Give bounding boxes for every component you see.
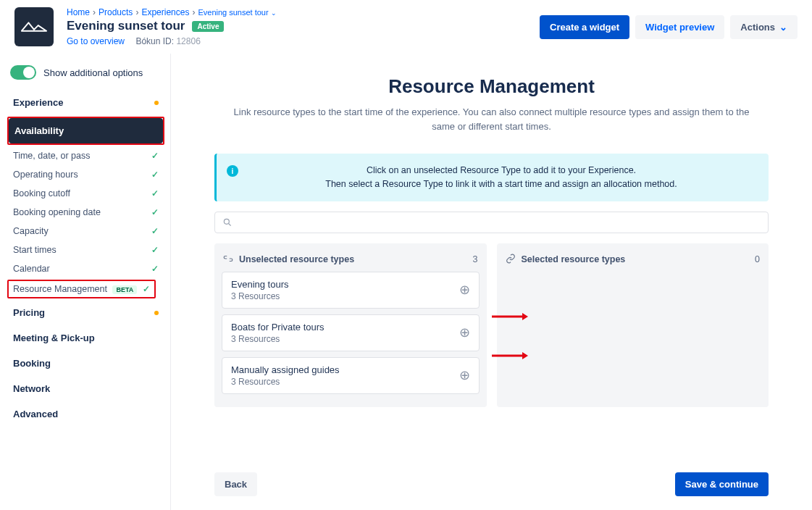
search-input[interactable] bbox=[214, 212, 769, 233]
check-icon: ✓ bbox=[151, 264, 159, 274]
save-continue-button[interactable]: Save & continue bbox=[675, 472, 769, 496]
sidebar-item-capacity[interactable]: Capacity✓ bbox=[7, 222, 164, 241]
unlink-icon bbox=[223, 254, 233, 266]
breadcrumb: Home › Products › Experiences › Evening … bbox=[67, 7, 540, 17]
breadcrumb-experiences[interactable]: Experiences bbox=[141, 7, 189, 17]
actions-dropdown[interactable]: Actions ⌄ bbox=[730, 15, 798, 39]
info-banner: i Click on an unselected Resource Type t… bbox=[214, 154, 769, 201]
page-header: Home › Products › Experiences › Evening … bbox=[0, 0, 812, 54]
breadcrumb-current[interactable]: Evening sunset tour ⌄ bbox=[198, 8, 276, 17]
check-icon: ✓ bbox=[151, 226, 159, 236]
sidebar-section-network[interactable]: Network bbox=[7, 376, 164, 401]
main-content: Resource Management Link resource types … bbox=[171, 54, 812, 510]
svg-line-1 bbox=[229, 223, 231, 225]
sidebar-item-time-date[interactable]: Time, date, or pass✓ bbox=[7, 146, 164, 165]
warning-dot-icon bbox=[154, 101, 159, 105]
go-to-overview-link[interactable]: Go to overview bbox=[67, 36, 125, 46]
sidebar-section-pricing[interactable]: Pricing bbox=[7, 300, 164, 325]
page-title: Evening sunset tour bbox=[67, 19, 185, 33]
resource-card-boats[interactable]: Boats for Private tours3 Resources ⊕ bbox=[222, 314, 480, 351]
check-icon: ✓ bbox=[151, 151, 159, 161]
sidebar-item-operating-hours[interactable]: Operating hours✓ bbox=[7, 165, 164, 184]
sidebar-section-booking[interactable]: Booking bbox=[7, 351, 164, 376]
sidebar-item-resource-management[interactable]: Resource Management BETA ✓ bbox=[9, 281, 154, 297]
link-icon bbox=[506, 254, 516, 266]
content-description: Link resource types to the start time of… bbox=[231, 105, 753, 133]
sidebar: Show additional options Experience Avail… bbox=[0, 54, 171, 510]
check-icon: ✓ bbox=[151, 207, 159, 217]
sidebar-item-booking-opening[interactable]: Booking opening date✓ bbox=[7, 203, 164, 222]
widget-preview-button[interactable]: Widget preview bbox=[635, 15, 724, 39]
show-additional-toggle[interactable] bbox=[10, 65, 36, 80]
check-icon: ✓ bbox=[151, 245, 159, 255]
bokun-label: Bókun ID: bbox=[135, 36, 174, 46]
selected-panel: Selected resource types 0 bbox=[497, 243, 769, 407]
chevron-down-icon: ⌄ bbox=[779, 22, 787, 33]
resource-card-evening-tours[interactable]: Evening tours3 Resources ⊕ bbox=[222, 272, 480, 309]
breadcrumb-products[interactable]: Products bbox=[99, 7, 133, 17]
back-button[interactable]: Back bbox=[214, 472, 257, 496]
check-icon: ✓ bbox=[151, 188, 159, 198]
add-icon: ⊕ bbox=[459, 282, 470, 298]
toggle-label: Show additional options bbox=[43, 67, 143, 78]
search-icon bbox=[222, 217, 233, 227]
bokun-id-value: 12806 bbox=[176, 36, 200, 46]
check-icon: ✓ bbox=[151, 170, 159, 180]
sidebar-section-advanced[interactable]: Advanced bbox=[7, 401, 164, 427]
selected-count: 0 bbox=[755, 254, 760, 264]
unselected-panel: Unselected resource types 3 Evening tour… bbox=[214, 243, 487, 407]
sidebar-section-availability[interactable]: Availability bbox=[9, 118, 163, 143]
sidebar-item-booking-cutoff[interactable]: Booking cutoff✓ bbox=[7, 184, 164, 203]
check-icon: ✓ bbox=[143, 284, 150, 294]
status-badge: Active bbox=[192, 21, 224, 32]
sidebar-section-experience[interactable]: Experience bbox=[7, 90, 164, 115]
add-icon: ⊕ bbox=[459, 367, 470, 383]
sidebar-section-meeting[interactable]: Meeting & Pick-up bbox=[7, 325, 164, 351]
resource-card-guides[interactable]: Manually assigned guides3 Resources ⊕ bbox=[222, 357, 480, 394]
content-title: Resource Management bbox=[214, 75, 769, 98]
beta-badge: BETA bbox=[112, 285, 137, 294]
sidebar-item-calendar[interactable]: Calendar✓ bbox=[7, 259, 164, 278]
svg-point-0 bbox=[224, 219, 229, 224]
info-icon: i bbox=[227, 165, 238, 177]
unselected-count: 3 bbox=[473, 254, 478, 264]
sidebar-item-start-times[interactable]: Start times✓ bbox=[7, 241, 164, 259]
add-icon: ⊕ bbox=[459, 325, 470, 340]
create-widget-button[interactable]: Create a widget bbox=[540, 15, 629, 39]
app-logo bbox=[14, 7, 54, 46]
breadcrumb-home[interactable]: Home bbox=[67, 7, 90, 17]
warning-dot-icon bbox=[154, 311, 159, 315]
